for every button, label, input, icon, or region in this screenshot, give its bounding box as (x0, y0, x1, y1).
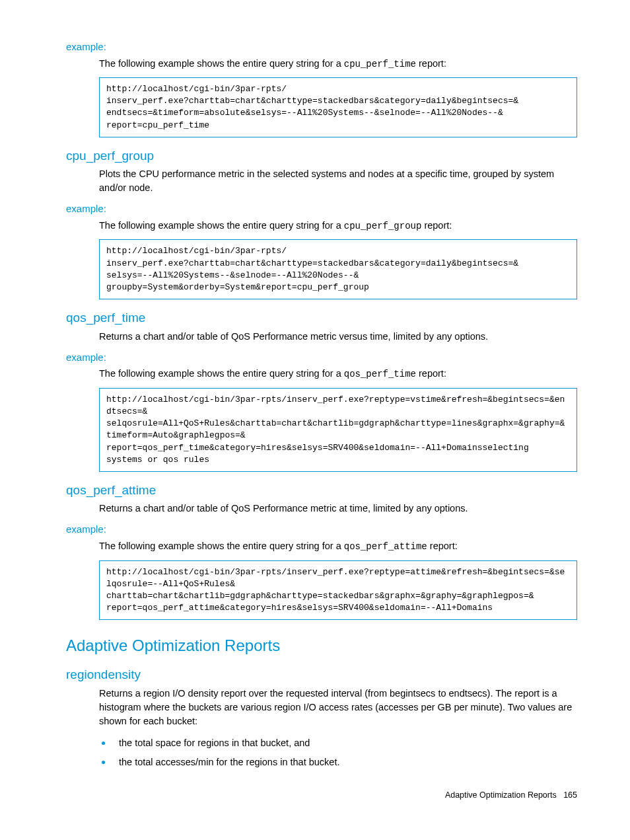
code-block: http://localhost/cgi-bin/3par-rpts/ inse… (99, 77, 577, 137)
example-label: example: (66, 522, 577, 537)
intro-post: report: (427, 541, 458, 551)
footer-page: 165 (563, 790, 577, 800)
intro-pre: The following example shows the entire q… (99, 541, 344, 551)
intro-code: qos_perf_time (344, 369, 416, 379)
desc-text: Returns a region I/O density report over… (99, 687, 577, 728)
example-label: example: (66, 350, 577, 365)
example-label: example: (66, 202, 577, 216)
heading-adaptive-optimization-reports: Adaptive Optimization Reports (66, 634, 577, 658)
heading-qos-perf-attime: qos_perf_attime (66, 481, 577, 500)
example-intro: The following example shows the entire q… (99, 219, 577, 233)
code-block: http://localhost/cgi-bin/3par-rpts/inser… (99, 560, 577, 621)
heading-regiondensity: regiondensity (66, 666, 577, 684)
intro-post: report: (421, 220, 452, 231)
intro-pre: The following example shows the entire q… (99, 368, 344, 379)
intro-code: qos_perf_attime (344, 541, 427, 552)
footer-title: Adaptive Optimization Reports (445, 790, 557, 800)
intro-code: cpu_perf_time (344, 59, 416, 69)
desc-text: Returns a chart and/or table of QoS Perf… (99, 502, 577, 515)
intro-pre: The following example shows the entire q… (99, 220, 344, 231)
desc-text: Returns a chart and/or table of QoS Perf… (99, 330, 577, 344)
example-intro: The following example shows the entire q… (99, 539, 577, 553)
list-item: the total accesses/min for the regions i… (112, 754, 577, 769)
code-block: http://localhost/cgi-bin/3par-rpts/inser… (99, 388, 577, 472)
intro-code: cpu_perf_group (344, 221, 422, 231)
example-label: example: (66, 40, 577, 54)
heading-qos-perf-time: qos_perf_time (66, 309, 577, 327)
intro-pre: The following example shows the entire q… (99, 58, 344, 69)
example-intro: The following example shows the entire q… (99, 367, 577, 381)
intro-post: report: (416, 58, 446, 69)
desc-text: Plots the CPU performance metric in the … (99, 167, 577, 195)
intro-post: report: (416, 368, 446, 379)
page-footer: Adaptive Optimization Reports 165 (66, 789, 577, 801)
bullet-list: the total space for regions in that buck… (112, 735, 577, 769)
example-intro: The following example shows the entire q… (99, 57, 577, 71)
code-block: http://localhost/cgi-bin/3par-rpts/ inse… (99, 239, 577, 299)
list-item: the total space for regions in that buck… (112, 735, 577, 750)
heading-cpu-perf-group: cpu_perf_group (66, 147, 577, 165)
